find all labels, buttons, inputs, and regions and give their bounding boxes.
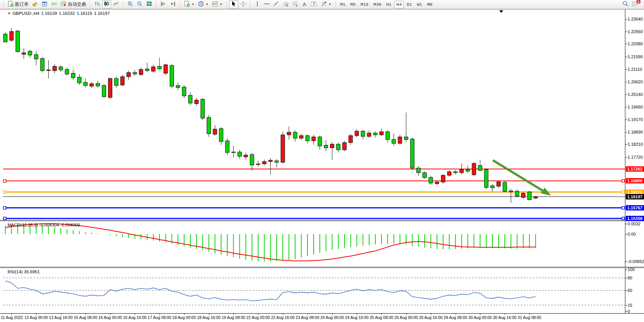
fibonacci-tool-button[interactable]: F (291, 0, 300, 8)
zoom-out-button[interactable] (135, 0, 144, 8)
hline-handle[interactable] (622, 191, 625, 193)
price-tick: 1.19170 (628, 117, 643, 122)
notifications-icon[interactable]: 1 (632, 1, 639, 8)
hline-handle[interactable] (622, 207, 625, 209)
candle-body (102, 86, 106, 97)
new-order-button[interactable]: 新订单 (6, 0, 30, 8)
time-label: 18 Aug 16:00 (197, 315, 221, 320)
profile-button[interactable] (40, 0, 49, 8)
styles-button[interactable] (30, 0, 40, 8)
hline-handle[interactable] (622, 180, 625, 182)
candle-body (410, 139, 414, 168)
hline-handle[interactable] (3, 180, 6, 182)
timeframe-h1-button[interactable]: H1 (384, 1, 394, 8)
indicators-button[interactable]: ▼ (210, 0, 224, 8)
periods-button[interactable]: ▼ (196, 0, 210, 8)
tile-windows-icon (146, 1, 152, 8)
timeframe-d1-button[interactable]: D1 (404, 1, 414, 8)
hline-handle[interactable] (3, 191, 6, 193)
zoom-in-button[interactable] (126, 0, 135, 8)
timeframe-m15-button[interactable]: M15 (358, 1, 371, 8)
hline-handle[interactable] (3, 217, 6, 220)
price-tickmark (625, 69, 627, 70)
templates-button[interactable]: ▼ (182, 0, 196, 8)
candle-body (300, 135, 303, 138)
bar-chart-button[interactable] (92, 0, 102, 8)
candle-body (244, 155, 248, 157)
candle-body (509, 191, 513, 192)
line-chart-icon (113, 1, 119, 8)
candle-body (460, 170, 464, 173)
timeframe-h4-button[interactable]: H4 (394, 1, 404, 8)
price-tickmark (625, 144, 627, 145)
price-line-tag: 1.16806 (626, 178, 644, 183)
timeframe-w1-button[interactable]: W1 (414, 1, 424, 8)
search-icon[interactable] (622, 0, 629, 8)
candle-body (219, 129, 223, 142)
price-tick: 1.21110 (628, 67, 642, 72)
arrows-tool-button[interactable]: ▼ (319, 0, 333, 8)
horizontal-lines-layer[interactable] (3, 169, 625, 220)
price-tickmark (625, 82, 627, 82)
svg-text:E: E (287, 5, 288, 7)
toolbar-grip[interactable] (3, 2, 5, 8)
candlestick-chart-button[interactable] (102, 0, 111, 8)
chart-shift-button[interactable] (159, 0, 168, 8)
crosshair-tool-button[interactable] (239, 0, 248, 8)
auto-trading-button[interactable]: 自动交易 (59, 0, 88, 8)
candle-body (429, 177, 433, 183)
timeframe-m30-button[interactable]: M30 (371, 1, 384, 8)
time-label: 12 Aug 16:00 (49, 315, 73, 320)
auto-scroll-button[interactable] (168, 0, 177, 8)
timeframe-m5-button[interactable]: M5 (348, 1, 358, 8)
macd-axis-tick: 0.00 (628, 232, 636, 236)
macd-plot[interactable]: MACD(12,26,9) -0.004304 -0.004009 (3, 221, 625, 267)
horizontal-line-tool-button[interactable] (262, 0, 271, 8)
rsi-axis-tick: 50 (628, 288, 632, 293)
line-chart-button[interactable] (112, 0, 121, 8)
text-tool-button[interactable]: A (300, 0, 309, 8)
channel-tool-button[interactable]: E (281, 0, 290, 8)
toolbar-grip[interactable] (122, 2, 124, 8)
time-label: 15 Aug 08:00 (74, 315, 97, 320)
rsi-plot[interactable]: RSI(14) 35.6951 (3, 268, 625, 313)
candle-body (361, 131, 365, 137)
time-label: 23 Aug 08:00 (296, 315, 319, 320)
toolbar-grip[interactable] (155, 2, 157, 8)
trendline-tool-button[interactable] (272, 0, 281, 8)
signal-button[interactable] (49, 0, 59, 8)
price-line-tag: 1.15767 (626, 205, 644, 210)
candle-body (349, 135, 352, 142)
candle-body (250, 155, 254, 165)
candle-body (416, 168, 420, 173)
time-label: 29 Aug 08:00 (444, 315, 467, 320)
time-tickmark (456, 314, 456, 315)
toolbar-grip[interactable] (179, 2, 181, 8)
candle-body (355, 131, 359, 136)
timeframe-m1-button[interactable]: M1 (338, 1, 348, 8)
candle-body (269, 160, 273, 161)
symbol-dropdown-icon[interactable]: ▼ (8, 12, 11, 15)
price-tickmark (625, 32, 627, 32)
hline-handle[interactable] (622, 217, 625, 220)
zoom-in-icon (127, 1, 133, 8)
toolbar-grip[interactable] (335, 2, 336, 8)
time-label: 30 Aug 00:00 (468, 315, 492, 320)
candle-body (46, 70, 50, 71)
trendline-icon (273, 1, 279, 8)
hline-handle[interactable] (3, 207, 6, 209)
time-tickmark (529, 314, 530, 315)
cursor-tool-button[interactable] (229, 0, 238, 8)
candlestick-chart[interactable] (3, 10, 625, 220)
tile-windows-button[interactable] (145, 0, 154, 8)
candle-body (497, 182, 501, 187)
toolbar-grip[interactable] (249, 2, 251, 8)
toolbar-grip[interactable] (226, 2, 228, 8)
timeframe-mn-button[interactable]: MN (425, 1, 435, 8)
toolbar-grip[interactable] (89, 2, 91, 8)
vertical-line-tool-button[interactable] (253, 0, 262, 8)
text-label-tool-button[interactable]: T (309, 0, 319, 8)
price-tickmark (625, 94, 627, 95)
time-axis[interactable]: 11 Aug 202212 Aug 00:0012 Aug 16:0015 Au… (0, 313, 644, 322)
main-chart-plot[interactable]: ▼ GBPUSD-,H4 1.16139 1.16232 1.16115 1.1… (3, 10, 625, 220)
